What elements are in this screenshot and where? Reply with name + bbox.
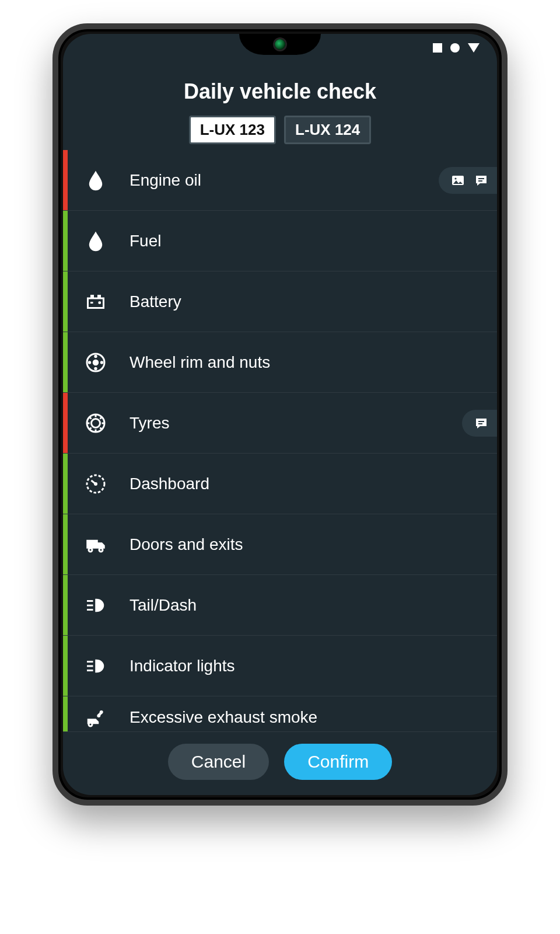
status-strip: [63, 332, 68, 392]
comment-icon[interactable]: [473, 173, 490, 188]
cancel-button[interactable]: Cancel: [168, 744, 269, 780]
checklist-item[interactable]: Battery: [63, 271, 497, 332]
checklist-item[interactable]: Tyres: [63, 393, 497, 454]
vehicle-tabs: L-UX 123 L-UX 124: [63, 116, 497, 150]
status-strip: [63, 636, 68, 696]
checklist-item-label: Fuel: [130, 232, 485, 250]
status-strip: [63, 514, 68, 574]
header: Daily vehicle check: [63, 62, 497, 116]
checklist-item-label: Indicator lights: [130, 657, 485, 675]
checklist-item[interactable]: Excessive exhaust smoke: [63, 696, 497, 731]
checklist-item[interactable]: Dashboard: [63, 454, 497, 514]
item-actions: [439, 167, 497, 194]
checklist-item-label: Doors and exits: [130, 535, 485, 554]
tyre-icon: [79, 413, 112, 434]
footer: Cancel Confirm: [63, 731, 497, 795]
checklist-item-label: Wheel rim and nuts: [130, 353, 485, 372]
exhaust-icon: [79, 707, 112, 728]
checklist: Engine oilFuelBatteryWheel rim and nutsT…: [63, 150, 497, 731]
checklist-item[interactable]: Tail/Dash: [63, 575, 497, 636]
drop-icon: [79, 170, 112, 191]
status-strip: [63, 211, 68, 271]
vehicle-tab-1[interactable]: L-UX 124: [284, 116, 371, 144]
status-strip: [63, 150, 68, 210]
status-strip: [63, 393, 68, 453]
checklist-item-label: Excessive exhaust smoke: [130, 708, 485, 727]
checklist-item[interactable]: Doors and exits: [63, 514, 497, 575]
checklist-item-label: Battery: [130, 292, 485, 311]
confirm-button[interactable]: Confirm: [284, 744, 392, 780]
checklist-item-label: Engine oil: [130, 171, 439, 190]
page-title: Daily vehicle check: [75, 79, 485, 104]
headlight-icon: [79, 656, 112, 677]
notch: [239, 34, 321, 55]
checklist-item[interactable]: Indicator lights: [63, 636, 497, 696]
checklist-item[interactable]: Engine oil: [63, 150, 497, 211]
status-strip: [63, 454, 68, 514]
battery-icon: [79, 291, 112, 312]
screen: Daily vehicle check L-UX 123 L-UX 124 En…: [63, 34, 497, 795]
gauge-icon: [79, 473, 112, 494]
wheel-icon: [79, 352, 112, 373]
status-circle-icon: [450, 43, 460, 53]
status-strip: [63, 696, 68, 731]
comment-icon[interactable]: [473, 416, 490, 431]
headlight-icon: [79, 595, 112, 616]
status-strip: [63, 271, 68, 332]
status-square-icon: [433, 43, 442, 53]
truck-icon: [79, 534, 112, 555]
vehicle-tab-0[interactable]: L-UX 123: [189, 116, 276, 144]
front-camera: [275, 39, 285, 50]
item-actions: [462, 410, 497, 437]
status-triangle-icon: [468, 43, 480, 53]
checklist-item-label: Tyres: [130, 414, 462, 433]
checklist-item[interactable]: Wheel rim and nuts: [63, 332, 497, 393]
checklist-item-label: Dashboard: [130, 475, 485, 493]
photo-icon[interactable]: [449, 173, 467, 188]
phone-frame: Daily vehicle check L-UX 123 L-UX 124 En…: [52, 23, 508, 806]
checklist-item-label: Tail/Dash: [130, 596, 485, 615]
checklist-item[interactable]: Fuel: [63, 211, 497, 271]
status-strip: [63, 575, 68, 635]
drop-icon: [79, 231, 112, 252]
